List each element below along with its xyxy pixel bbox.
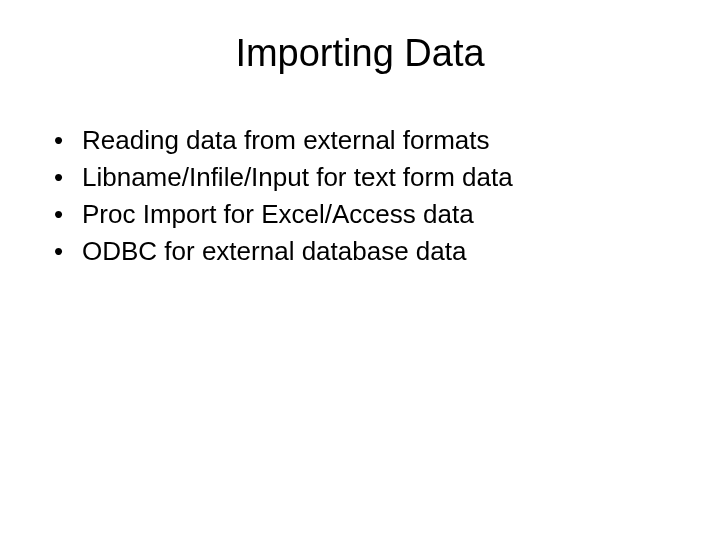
bullet-text: Libname/Infile/Input for text form data — [82, 160, 690, 195]
bullet-icon: • — [54, 123, 82, 158]
bullet-text: Reading data from external formats — [82, 123, 690, 158]
bullet-list: • Reading data from external formats • L… — [30, 123, 690, 269]
bullet-text: ODBC for external database data — [82, 234, 690, 269]
bullet-icon: • — [54, 234, 82, 269]
bullet-icon: • — [54, 160, 82, 195]
bullet-text: Proc Import for Excel/Access data — [82, 197, 690, 232]
list-item: • Reading data from external formats — [54, 123, 690, 158]
slide: Importing Data • Reading data from exter… — [0, 0, 720, 540]
list-item: • Libname/Infile/Input for text form dat… — [54, 160, 690, 195]
slide-title: Importing Data — [30, 32, 690, 75]
list-item: • Proc Import for Excel/Access data — [54, 197, 690, 232]
bullet-icon: • — [54, 197, 82, 232]
list-item: • ODBC for external database data — [54, 234, 690, 269]
